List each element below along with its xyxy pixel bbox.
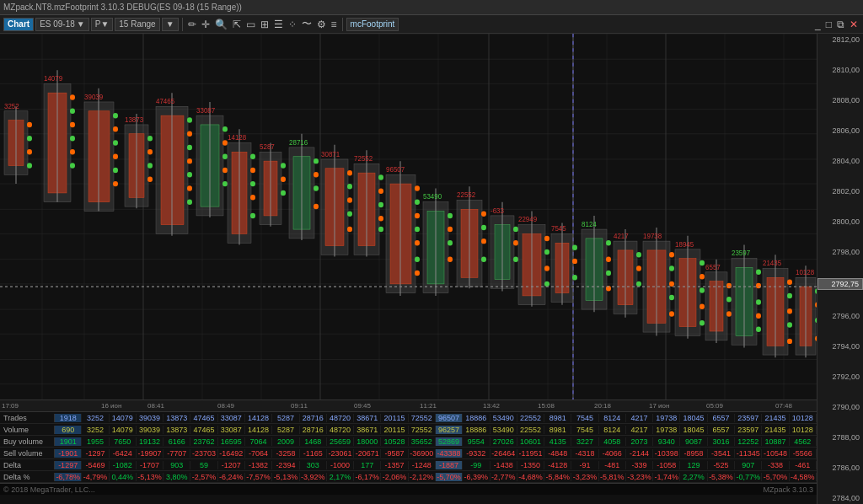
sell-volume-row: Sell volume -1901 -1297 -6424 -19907 -77… (0, 448, 817, 459)
wave-icon[interactable]: 〜 (300, 17, 314, 31)
dots-icon[interactable]: ⁘ (287, 19, 298, 30)
bars-icon[interactable]: ☰ (272, 19, 285, 30)
svg-point-124 (378, 189, 383, 194)
cell: 18045 (680, 414, 707, 422)
svg-point-44 (70, 122, 75, 127)
y-label: 2784,00 (817, 494, 863, 502)
cell: 39039 (137, 426, 163, 434)
y-label: 2788,00 (817, 433, 863, 442)
cell: -4,79% (82, 473, 109, 481)
chart-label[interactable]: Chart (3, 18, 34, 31)
chart-wrapper: 3252 14079 (0, 34, 863, 504)
cell: 47465 (190, 426, 217, 434)
list-icon[interactable]: ≡ (330, 19, 339, 30)
maximize-icon[interactable]: □ (824, 19, 834, 30)
cell: 10528 (381, 437, 408, 446)
chevron-down-icon: ▼ (100, 19, 109, 29)
svg-point-184 (606, 271, 611, 276)
cell: -6,78% (55, 473, 82, 481)
symbol-selector[interactable]: ES 09-18 ▼ (35, 18, 89, 31)
cell: 0,44% (110, 473, 137, 481)
chart-canvas[interactable]: 3252 14079 (0, 34, 817, 411)
svg-point-136 (415, 240, 420, 245)
svg-point-46 (70, 149, 75, 154)
cursor-icon[interactable]: ⇱ (231, 19, 243, 30)
cell: 33087 (218, 426, 245, 434)
svg-point-207 (700, 274, 705, 279)
svg-text:21435: 21435 (763, 259, 782, 267)
cell: -2,57% (190, 473, 217, 481)
cell: 4217 (626, 414, 653, 422)
svg-point-197 (669, 252, 674, 257)
range-dropdown[interactable]: ▼ (162, 18, 179, 31)
minimize-icon[interactable]: _ (813, 19, 823, 30)
svg-point-175 (572, 244, 577, 249)
svg-text:4217: 4217 (614, 232, 629, 240)
cell: -2,12% (409, 473, 436, 481)
cell: -1248 (409, 461, 436, 469)
cell: -4066 (599, 449, 626, 458)
svg-point-147 (448, 256, 453, 261)
svg-point-224 (756, 299, 761, 304)
svg-text:39039: 39039 (84, 92, 104, 100)
cell: -5,84% (544, 473, 571, 481)
delta-pct-cells: -6,78% -4,79% 0,44% -5,13% 3,80% -2,57% … (55, 473, 817, 481)
delta-pct-label: Delta % (0, 473, 55, 481)
config-icon[interactable]: ⚙ (315, 19, 328, 30)
svg-point-73 (187, 158, 192, 164)
rect-icon[interactable]: ▭ (244, 19, 257, 30)
chart-type-selector[interactable]: P ▼ (91, 18, 114, 31)
svg-point-56 (113, 168, 118, 173)
cell: -0,77% (735, 473, 762, 481)
svg-point-170 (544, 281, 549, 287)
cell: 13873 (163, 414, 190, 422)
cell: 4217 (626, 426, 653, 434)
svg-text:10128: 10128 (796, 268, 815, 276)
cell: 28716 (300, 414, 327, 422)
svg-point-64 (147, 163, 153, 168)
cell: -1297 (55, 461, 82, 469)
cell: -4,68% (517, 473, 544, 481)
y-label: 2810,00 (817, 66, 863, 74)
svg-point-234 (787, 322, 792, 327)
grid-icon[interactable]: ⊞ (259, 19, 271, 30)
svg-point-198 (669, 265, 674, 271)
cell: -19907 (137, 449, 163, 458)
cell: -1165 (300, 449, 327, 458)
svg-point-100 (281, 176, 286, 181)
cell: -5,13% (137, 473, 163, 481)
svg-point-54 (113, 140, 118, 145)
restore-icon[interactable]: ⧉ (835, 19, 846, 30)
svg-point-101 (281, 190, 286, 196)
svg-point-99 (281, 163, 286, 168)
svg-point-183 (606, 256, 611, 261)
cell: -1058 (653, 461, 680, 469)
cell: 27026 (490, 437, 517, 446)
svg-point-115 (347, 184, 352, 189)
cell: 18000 (354, 437, 381, 446)
pencil-icon[interactable]: ✏ (186, 19, 198, 30)
svg-point-92 (250, 181, 255, 186)
cell: -7064 (245, 449, 272, 458)
cell: 10128 (790, 414, 817, 422)
svg-text:6557: 6557 (705, 262, 721, 271)
crosshair-icon[interactable]: ✛ (200, 19, 212, 30)
close-icon[interactable]: ✕ (848, 19, 860, 30)
svg-text:14128: 14128 (228, 133, 247, 142)
cell: -6,39% (463, 473, 490, 481)
cell: -1382 (245, 461, 272, 469)
magnify-icon[interactable]: 🔍 (213, 19, 229, 30)
cell: 4562 (790, 437, 817, 446)
cell: -2,77% (490, 473, 517, 481)
svg-point-192 (636, 281, 641, 287)
cell: 16595 (218, 437, 245, 446)
cell: 3252 (82, 414, 109, 422)
range-selector[interactable]: 15 Range (115, 18, 159, 31)
cell: 19738 (653, 414, 680, 422)
svg-text:96507: 96507 (386, 165, 405, 174)
cell: 7545 (571, 426, 598, 434)
indicator-label[interactable]: mcFootprint (346, 18, 399, 31)
svg-text:-633: -633 (490, 206, 504, 214)
delta-label: Delta (0, 461, 55, 469)
cell: 38671 (354, 414, 381, 422)
